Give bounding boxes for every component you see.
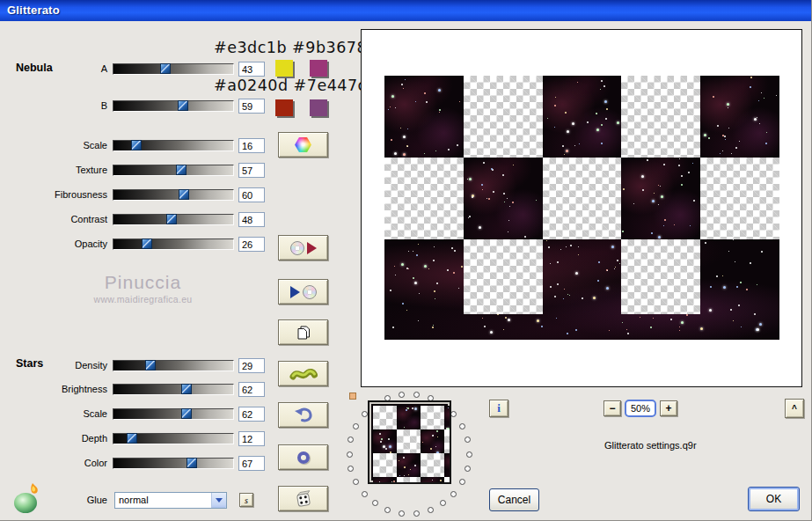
memory-dot[interactable] bbox=[465, 466, 471, 472]
slider-track[interactable] bbox=[113, 238, 234, 250]
cancel-button[interactable]: Cancel bbox=[489, 488, 539, 511]
star-dot bbox=[560, 249, 561, 250]
star-dot bbox=[402, 303, 404, 305]
zoom-in-button[interactable]: + bbox=[660, 400, 677, 416]
slider-thumb[interactable] bbox=[145, 360, 156, 371]
star-dot bbox=[713, 96, 714, 98]
random-dice-button[interactable] bbox=[278, 486, 328, 511]
copy-button[interactable] bbox=[278, 319, 328, 345]
memory-dot[interactable] bbox=[353, 423, 359, 429]
star-dot bbox=[750, 77, 752, 78]
slider-track[interactable] bbox=[113, 140, 234, 151]
star-dot bbox=[414, 282, 417, 284]
slider-track[interactable] bbox=[113, 408, 234, 420]
info-button[interactable]: i bbox=[489, 400, 508, 417]
color-swatch-3[interactable] bbox=[275, 99, 293, 116]
slider-track[interactable] bbox=[113, 458, 234, 469]
slider-track[interactable] bbox=[113, 433, 234, 444]
s-button[interactable]: s bbox=[239, 493, 253, 507]
titlebar[interactable]: Glitterato bbox=[0, 0, 812, 21]
memory-dot[interactable] bbox=[362, 411, 368, 417]
memory-dot[interactable] bbox=[347, 437, 354, 443]
memory-dot[interactable] bbox=[413, 510, 420, 517]
slider-track[interactable] bbox=[113, 189, 234, 201]
memory-dot[interactable] bbox=[362, 491, 368, 497]
slider-value-input[interactable] bbox=[238, 382, 265, 397]
memory-dot[interactable] bbox=[399, 392, 405, 398]
slider-track[interactable] bbox=[113, 63, 234, 75]
slider-thumb[interactable] bbox=[187, 458, 197, 468]
slider-track[interactable] bbox=[113, 360, 234, 371]
star-dot bbox=[562, 145, 564, 147]
zoom-out-button[interactable]: − bbox=[604, 400, 621, 416]
slider-value-input[interactable] bbox=[238, 62, 265, 77]
slider-track[interactable] bbox=[113, 165, 234, 176]
memory-dot[interactable] bbox=[465, 437, 471, 443]
slider-thumb[interactable] bbox=[181, 384, 192, 394]
memory-dot[interactable] bbox=[347, 451, 353, 458]
slider-thumb[interactable] bbox=[131, 140, 142, 150]
load-settings-button[interactable] bbox=[278, 279, 328, 305]
memory-dot[interactable] bbox=[347, 466, 354, 472]
slider-value-input[interactable] bbox=[238, 358, 265, 373]
transparent-checker-tile bbox=[464, 76, 543, 158]
dropdown-arrow-zone[interactable] bbox=[211, 493, 226, 508]
zoom-level-display[interactable]: 50% bbox=[625, 400, 656, 417]
ring-button[interactable] bbox=[278, 444, 328, 470]
star-dot bbox=[640, 317, 640, 318]
star-dot bbox=[546, 240, 547, 241]
memory-dot[interactable] bbox=[440, 500, 446, 506]
preview-panel[interactable] bbox=[361, 29, 802, 387]
slider-track[interactable] bbox=[113, 214, 234, 225]
color-swatch-2[interactable] bbox=[310, 60, 327, 77]
memory-dot[interactable] bbox=[384, 507, 391, 513]
slider-value-input[interactable] bbox=[238, 456, 265, 471]
slider-value-input[interactable] bbox=[238, 99, 265, 114]
memory-dot[interactable] bbox=[413, 392, 420, 398]
memory-square-marker[interactable] bbox=[349, 393, 356, 400]
star-dot bbox=[564, 289, 565, 290]
nebula-tile bbox=[373, 429, 397, 453]
wavy-button[interactable] bbox=[278, 361, 328, 386]
slider-value-input[interactable] bbox=[238, 237, 265, 252]
preview-thumbnail[interactable] bbox=[368, 400, 451, 484]
slider-track[interactable] bbox=[113, 384, 234, 395]
ring-icon bbox=[297, 451, 310, 464]
slider-value-input[interactable] bbox=[238, 407, 265, 422]
slider-thumb[interactable] bbox=[178, 100, 188, 111]
glue-dropdown[interactable]: normal bbox=[114, 492, 227, 509]
memory-dot[interactable] bbox=[450, 411, 457, 417]
slider-value-input[interactable] bbox=[238, 431, 265, 446]
star-dot bbox=[379, 433, 381, 435]
slider-thumb[interactable] bbox=[166, 214, 177, 224]
memory-dot[interactable] bbox=[459, 423, 465, 429]
memory-dot[interactable] bbox=[459, 479, 465, 485]
undo-button[interactable] bbox=[278, 402, 328, 428]
memory-dot[interactable] bbox=[399, 510, 405, 517]
color-swatch-1[interactable] bbox=[275, 60, 293, 77]
memory-dot[interactable] bbox=[372, 500, 378, 506]
slider-thumb[interactable] bbox=[176, 165, 187, 175]
memory-dot[interactable] bbox=[450, 491, 457, 497]
slider-value-input[interactable] bbox=[238, 212, 265, 227]
save-settings-button[interactable] bbox=[278, 235, 328, 260]
memory-dot[interactable] bbox=[466, 451, 472, 458]
slider-thumb[interactable] bbox=[160, 63, 171, 74]
slider-value-input[interactable] bbox=[238, 187, 265, 202]
star-dot bbox=[579, 143, 580, 144]
slider-track[interactable] bbox=[113, 100, 234, 112]
memory-dot[interactable] bbox=[353, 479, 359, 485]
ok-button[interactable]: OK bbox=[748, 487, 800, 511]
slider-thumb[interactable] bbox=[179, 189, 189, 200]
memory-dot[interactable] bbox=[428, 507, 434, 513]
color-swatch-4[interactable] bbox=[310, 99, 327, 116]
star-dot bbox=[503, 329, 504, 330]
slider-thumb[interactable] bbox=[181, 408, 192, 419]
slider-value-input[interactable] bbox=[238, 163, 265, 178]
slider-thumb[interactable] bbox=[142, 238, 152, 249]
collapse-caret-button[interactable]: ^ bbox=[785, 399, 804, 418]
color-wheel-button[interactable] bbox=[278, 132, 328, 158]
slider-thumb[interactable] bbox=[127, 433, 137, 444]
slider-value-input[interactable] bbox=[238, 138, 265, 153]
star-dot bbox=[536, 200, 537, 201]
